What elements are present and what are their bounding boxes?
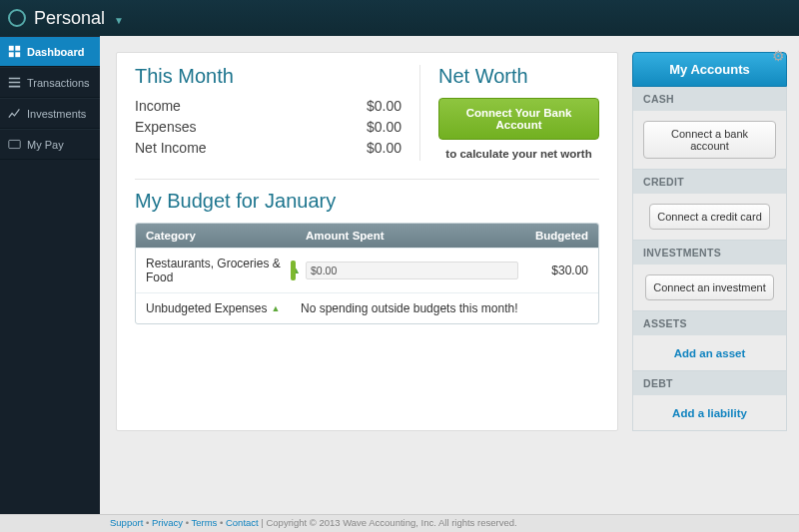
- accounts-section-assets: ASSETS Add an asset: [632, 311, 787, 371]
- svg-rect-3: [15, 52, 20, 57]
- expand-icon: ▲: [271, 303, 280, 313]
- sidebar-item-label: My Pay: [27, 139, 64, 151]
- main-content: ⚙ This Month Income$0.00 Expenses$0.00 N…: [100, 36, 799, 514]
- sidebar-item-transactions[interactable]: Transactions: [0, 67, 100, 98]
- section-label: CREDIT: [633, 170, 786, 194]
- section-label: ASSETS: [633, 311, 786, 335]
- chevron-down-icon: ▼: [114, 15, 124, 26]
- connect-credit-card-button[interactable]: Connect a credit card: [649, 204, 770, 230]
- svg-rect-4: [9, 140, 20, 148]
- footer: Support • Privacy • Terms • Contact | Co…: [0, 514, 799, 532]
- budget-table: Category Amount Spent Budgeted Restauran…: [135, 223, 599, 324]
- connect-investment-button[interactable]: Connect an investment: [645, 274, 774, 300]
- this-month-panel: This Month Income$0.00 Expenses$0.00 Net…: [135, 65, 419, 161]
- net-worth-subtext: to calculate your net worth: [438, 148, 599, 160]
- footer-link-privacy[interactable]: Privacy: [152, 517, 183, 528]
- netincome-row: Net Income$0.00: [135, 140, 401, 156]
- net-worth-panel: Net Worth Connect Your Bank Account to c…: [419, 65, 599, 161]
- col-amount-spent: Amount Spent: [306, 230, 518, 242]
- this-month-title: This Month: [135, 65, 401, 88]
- section-label: DEBT: [633, 371, 786, 395]
- app-logo-icon: [8, 9, 26, 27]
- footer-link-support[interactable]: Support: [110, 517, 143, 528]
- svg-rect-0: [9, 46, 14, 51]
- accounts-panel: My Accounts CASH Connect a bank account …: [632, 52, 787, 431]
- mypay-icon: [8, 138, 21, 151]
- budget-header: Category Amount Spent Budgeted: [136, 224, 598, 248]
- transactions-icon: [8, 76, 21, 89]
- net-worth-title: Net Worth: [438, 65, 599, 88]
- section-label: CASH: [633, 87, 786, 111]
- sidebar-item-investments[interactable]: Investments: [0, 98, 100, 129]
- unbudgeted-label: Unbudgeted Expenses: [146, 301, 267, 315]
- connect-bank-button[interactable]: Connect Your Bank Account: [438, 98, 599, 140]
- budget-row[interactable]: Restaurants, Groceries & Food▲ $0.00 $30…: [136, 248, 598, 292]
- footer-link-contact[interactable]: Contact: [226, 517, 259, 528]
- add-liability-link[interactable]: Add a liability: [672, 407, 747, 419]
- col-category: Category: [146, 230, 306, 242]
- investments-icon: [8, 107, 21, 120]
- add-asset-link[interactable]: Add an asset: [674, 347, 746, 359]
- income-row: Income$0.00: [135, 98, 401, 114]
- svg-rect-1: [15, 46, 20, 51]
- gear-icon[interactable]: ⚙: [772, 48, 785, 64]
- sidebar-item-mypay[interactable]: My Pay: [0, 129, 100, 160]
- accounts-section-investments: INVESTMENTS Connect an investment: [632, 241, 787, 311]
- budget-title: My Budget for January: [135, 190, 599, 213]
- sidebar-item-label: Investments: [27, 108, 86, 120]
- amount-spent-bar: $0.00: [306, 262, 518, 279]
- accounts-section-debt: DEBT Add a liability: [632, 371, 787, 431]
- sidebar: Dashboard Transactions Investments My Pa…: [0, 36, 100, 514]
- accounts-section-cash: CASH Connect a bank account: [632, 87, 787, 170]
- topbar: Personal ▼: [0, 0, 799, 36]
- accounts-title[interactable]: My Accounts: [632, 52, 787, 87]
- budget-category: Restaurants, Groceries & Food: [146, 257, 288, 284]
- sidebar-item-dashboard[interactable]: Dashboard: [0, 36, 100, 67]
- svg-rect-2: [9, 52, 14, 57]
- main-card: This Month Income$0.00 Expenses$0.00 Net…: [116, 52, 618, 431]
- unbudgeted-row[interactable]: Unbudgeted Expenses▲ No spending outside…: [136, 292, 598, 323]
- col-budgeted: Budgeted: [518, 230, 588, 242]
- workspace-switcher[interactable]: Personal ▼: [34, 8, 124, 29]
- footer-copyright: | Copyright © 2013 Wave Accounting, Inc.…: [261, 517, 516, 528]
- sidebar-item-label: Transactions: [27, 77, 90, 89]
- sidebar-item-label: Dashboard: [27, 46, 84, 58]
- accounts-section-credit: CREDIT Connect a credit card: [632, 170, 787, 241]
- expenses-row: Expenses$0.00: [135, 119, 401, 135]
- budgeted-value: $30.00: [518, 264, 588, 277]
- section-label: INVESTMENTS: [633, 241, 786, 265]
- budget-panel: My Budget for January Category Amount Sp…: [135, 179, 599, 324]
- dashboard-icon: [8, 45, 21, 58]
- unbudgeted-msg: No spending outside budgets this month!: [301, 301, 518, 315]
- connect-bank-account-button[interactable]: Connect a bank account: [643, 121, 776, 159]
- footer-link-terms[interactable]: Terms: [191, 517, 217, 528]
- progress-bar-icon: [291, 261, 296, 280]
